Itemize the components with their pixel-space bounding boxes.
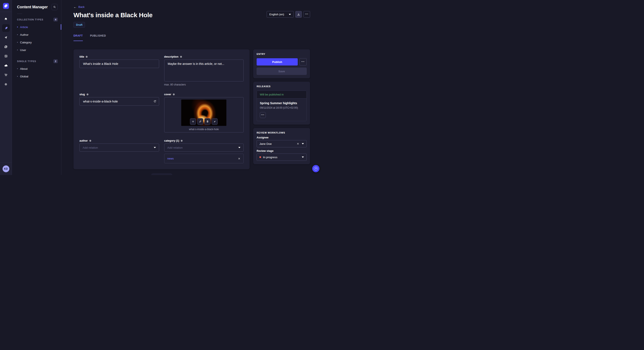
- tab-draft[interactable]: DRAFT: [74, 34, 83, 41]
- bullet-icon: [17, 49, 18, 50]
- globe-icon: [180, 55, 182, 58]
- cover-filename: what-s-inside-a-black-hole: [189, 128, 219, 131]
- app-shell: KD Content Manager COLLECTION TYPES 4 Ar…: [0, 0, 322, 175]
- pencil-icon: [214, 120, 216, 123]
- collection-types-count: 4: [54, 18, 58, 21]
- bullet-icon: [17, 26, 18, 27]
- link-icon: [199, 120, 202, 123]
- copy-link-button[interactable]: [197, 118, 203, 125]
- nav-marketplace-button[interactable]: [2, 71, 10, 79]
- category-placeholder: Add relation: [168, 146, 183, 149]
- regenerate-slug-button[interactable]: [153, 100, 156, 103]
- sidebar-item-label: Article: [20, 25, 28, 29]
- review-workflows-heading: REVIEW WORKFLOWS: [256, 131, 307, 134]
- content-manager-subnav: Content Manager COLLECTION TYPES 4 Artic…: [12, 0, 61, 175]
- globe-icon: [180, 140, 183, 142]
- clear-icon[interactable]: [297, 143, 299, 145]
- chevron-down-icon: [289, 14, 291, 15]
- ellipsis-icon: •••: [305, 13, 308, 15]
- slug-input[interactable]: [80, 97, 159, 106]
- status-badge: Draft: [74, 22, 85, 28]
- sidebar-item-user[interactable]: User: [12, 46, 61, 54]
- remove-category-button[interactable]: [238, 157, 240, 160]
- nav-media-library-button[interactable]: [2, 43, 10, 51]
- review-stage-select[interactable]: In progress: [256, 154, 307, 161]
- add-media-button[interactable]: [190, 118, 196, 125]
- nav-content-manager-button[interactable]: [2, 24, 10, 32]
- cloud-icon: [4, 64, 8, 67]
- field-description: description Maybe the answer is in this …: [164, 55, 244, 86]
- sidebar-item-category[interactable]: Category: [12, 38, 61, 46]
- assignee-value: Jane Doe: [260, 142, 272, 146]
- review-stage-label: Review stage: [256, 150, 307, 153]
- nav-releases-button[interactable]: [2, 34, 10, 41]
- collection-types-label: COLLECTION TYPES: [17, 18, 43, 21]
- nav-settings-button[interactable]: [2, 80, 10, 88]
- assignee-select[interactable]: Jane Doe: [256, 140, 307, 147]
- sidebar-item-label: Global: [20, 75, 28, 78]
- strapi-logo[interactable]: [3, 3, 9, 9]
- strapi-logo-icon: [4, 4, 8, 7]
- back-link[interactable]: ← Back: [74, 5, 84, 8]
- sidebar-item-label: User: [20, 48, 26, 52]
- sidebar-item-article[interactable]: Article: [12, 23, 61, 31]
- delete-media-button[interactable]: [204, 118, 210, 125]
- bullet-icon: [17, 76, 18, 77]
- question-mark-icon: ?: [314, 167, 318, 171]
- globe-icon: [89, 140, 92, 142]
- feather-icon: [4, 26, 8, 30]
- paper-plane-icon: [4, 36, 8, 39]
- sidebar-item-about[interactable]: About: [12, 65, 61, 72]
- main-nav-rail: KD: [0, 0, 12, 175]
- entry-more-button[interactable]: •••: [300, 58, 307, 65]
- category-relation-select[interactable]: Add relation: [164, 144, 244, 152]
- strapi-logo-wrap: [0, 0, 12, 12]
- chevron-down-icon: [154, 147, 156, 148]
- bullet-icon: [17, 34, 18, 35]
- header-more-button[interactable]: •••: [304, 11, 310, 18]
- sidebar-item-author[interactable]: Author: [12, 31, 61, 38]
- slug-field-label: slug: [80, 93, 85, 96]
- nav-rail-footer: KD: [0, 163, 12, 175]
- refresh-icon: [153, 100, 156, 103]
- help-button[interactable]: ?: [312, 165, 320, 172]
- release-more-button[interactable]: •••: [260, 112, 266, 118]
- nav-deploy-button[interactable]: [2, 62, 10, 69]
- review-workflows-panel: REVIEW WORKFLOWS Assignee Jane Doe Revie…: [253, 128, 310, 164]
- search-icon: [53, 5, 56, 8]
- description-field-label: description: [164, 55, 178, 58]
- layout-icon: [4, 54, 8, 58]
- category-relation-item: news: [164, 154, 244, 163]
- locale-select[interactable]: English (en): [267, 11, 294, 18]
- publish-button[interactable]: Publish: [256, 58, 298, 65]
- sidebar-item-label: About: [20, 67, 28, 70]
- ellipsis-icon: •••: [301, 61, 304, 63]
- edit-form-card: title description Maybe the answer is in…: [74, 49, 250, 169]
- nav-content-type-builder-button[interactable]: [2, 52, 10, 60]
- nav-icon-list: [2, 15, 10, 88]
- title-input[interactable]: [80, 59, 159, 68]
- cover-media-card: what-s-inside-a-black-hole: [164, 97, 244, 133]
- cart-icon: [4, 73, 8, 77]
- search-button[interactable]: [51, 4, 58, 10]
- user-avatar[interactable]: KD: [2, 166, 9, 172]
- category-news-link[interactable]: news: [168, 157, 174, 160]
- author-relation-select[interactable]: Add relation: [80, 144, 159, 152]
- tab-published[interactable]: PUBLISHED: [90, 34, 106, 41]
- releases-panel: RELEASES Will be published in Spring Sum…: [253, 82, 310, 125]
- export-button[interactable]: [296, 11, 302, 18]
- home-icon: [4, 17, 8, 21]
- category-field-label: category (1): [164, 139, 179, 142]
- release-status: Will be published in: [257, 91, 306, 98]
- back-arrow-icon: ←: [74, 5, 77, 8]
- sidebar-item-global[interactable]: Global: [12, 72, 61, 80]
- right-panel: ENTRY Publish ••• Save RELEASES Will be …: [253, 49, 310, 164]
- field-category: category (1) Add relation news: [164, 139, 244, 163]
- close-icon: [238, 157, 240, 160]
- globe-icon: [86, 55, 88, 58]
- nav-home-button[interactable]: [2, 15, 10, 22]
- description-textarea[interactable]: Maybe the answer is in this article, or …: [164, 59, 244, 81]
- edit-media-button[interactable]: [212, 118, 218, 125]
- save-button[interactable]: Save: [256, 68, 307, 75]
- bullet-icon: [17, 42, 18, 43]
